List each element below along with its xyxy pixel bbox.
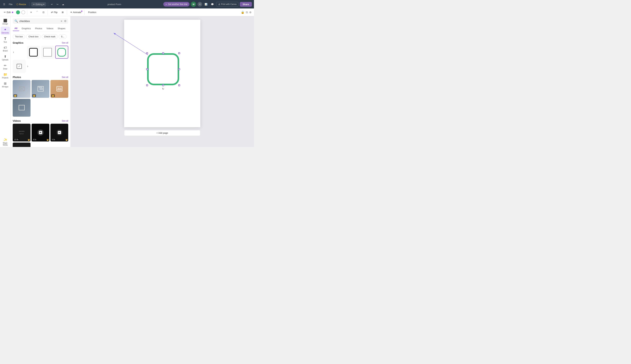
undo-button[interactable]: ↩ — [50, 2, 54, 6]
editing-button[interactable]: ✏ Editing ▾ — [31, 2, 46, 6]
checkbox-check: ✓ — [17, 64, 22, 69]
videos-see-all-button[interactable]: See all — [62, 120, 68, 122]
chip-check-box[interactable]: Check box — [26, 34, 41, 39]
more-options-button[interactable]: ⊕ — [249, 10, 251, 14]
sidebar-item-apps[interactable]: ⊞ 89 Apps — [1, 80, 10, 89]
toolbar-separator-2 — [48, 10, 48, 15]
handle-top-right[interactable] — [178, 52, 180, 54]
divider-1 — [29, 2, 30, 6]
share-label: Share — [243, 3, 249, 6]
tab-shapes[interactable]: Shapes — [56, 26, 67, 31]
trial-label: Get another free trial — [168, 3, 187, 6]
sidebar-item-projects[interactable]: 📁 Projects — [1, 72, 10, 80]
handle-top-middle[interactable] — [162, 52, 164, 54]
video-duration-3: 6.0s — [51, 138, 56, 141]
chip-check-mark[interactable]: Check mark — [42, 34, 58, 39]
rotate-handle[interactable]: ↻ — [161, 87, 165, 90]
photos-see-all-button[interactable]: See all — [62, 76, 68, 78]
canvas-element-checkbox[interactable]: ↻ — [147, 53, 179, 85]
sidebar-item-brand[interactable]: 🏷 Brand — [1, 45, 10, 53]
video-item-4[interactable]: ▶ 12s — [13, 142, 31, 147]
sidebar-item-text[interactable]: T Text — [1, 36, 10, 44]
graphic-item-2[interactable] — [41, 46, 54, 59]
color-teal-swatch[interactable] — [16, 10, 20, 14]
videos-title: Videos — [13, 120, 21, 122]
graphics-next-button[interactable]: › — [27, 60, 40, 73]
flip-button[interactable]: ⇄ Flip — [50, 10, 59, 14]
chip-tick-box[interactable]: Tick box — [13, 34, 25, 39]
handle-top-left[interactable] — [146, 52, 148, 54]
resize-element-icon: ⊡ — [43, 11, 45, 14]
graphic-item-4[interactable]: ✓ — [13, 60, 26, 73]
prev-arrow-icon[interactable]: ‹ — [13, 50, 14, 54]
toolbar-separator-3 — [67, 10, 67, 15]
corner-button[interactable]: ⌒ — [35, 10, 40, 14]
texture-button[interactable]: ⊞ — [60, 10, 65, 14]
next-arrow-icon[interactable]: › — [27, 64, 28, 68]
handle-bottom-left[interactable] — [146, 84, 148, 86]
sidebar-item-uploads[interactable]: ⬆ Uploads — [1, 54, 10, 62]
file-label: File — [9, 3, 13, 6]
plus-icon: + — [199, 3, 201, 6]
comments-button[interactable]: 💬 — [210, 2, 215, 6]
design-icon: ⬛ — [3, 19, 7, 22]
avatar[interactable]: M — [191, 2, 196, 7]
search-filter-button[interactable]: ⚙ — [64, 20, 67, 23]
file-button[interactable]: File — [8, 2, 14, 6]
photo-item-4[interactable] — [13, 99, 31, 117]
add-collaborator-button[interactable]: + — [197, 2, 202, 6]
sidebar-item-magic-media[interactable]: ✨ Magic Media — [1, 137, 10, 147]
handle-right-middle[interactable] — [178, 68, 180, 70]
resize-button[interactable]: ⬡ Resize — [15, 2, 28, 6]
tab-more[interactable]: › — [68, 26, 68, 31]
redo-button[interactable]: ↪ — [55, 2, 60, 6]
handle-left-middle[interactable] — [146, 68, 148, 70]
sidebar-item-draw[interactable]: ✏ Draw — [1, 62, 10, 71]
graphics-title: Graphics — [13, 42, 24, 44]
analytics-button[interactable]: 📊 — [203, 2, 208, 6]
search-clear-button[interactable]: ✕ — [61, 20, 63, 22]
duplicate-button[interactable]: ⧉ — [246, 11, 248, 14]
photo-item-1[interactable]: 👑 — [13, 80, 31, 98]
canvas-page[interactable]: ↻ — [124, 20, 200, 127]
videos-grid: success failure 13.0s 👑 6.0s 👑 — [13, 124, 68, 147]
sidebar-item-elements[interactable]: ✦ Elements — [1, 26, 10, 35]
resize-element-button[interactable]: ⊡ — [41, 10, 46, 14]
analytics-icon: 📊 — [205, 3, 207, 6]
share-button[interactable]: Share — [240, 2, 252, 7]
sidebar-item-design[interactable]: ⬛ Design — [1, 18, 10, 26]
editing-chevron-icon: ▾ — [43, 3, 45, 6]
edit-button[interactable]: ✏ Edit — [3, 10, 15, 14]
photo-item-3[interactable]: 👑 — [51, 80, 68, 98]
handle-bottom-middle[interactable] — [162, 84, 164, 86]
lines-button[interactable]: ≡ — [29, 10, 33, 14]
tab-videos[interactable]: Videos — [45, 26, 55, 31]
position-button[interactable]: Position — [86, 10, 98, 14]
menu-button[interactable]: ☰ — [2, 2, 6, 6]
menu-icon: ☰ — [3, 3, 5, 6]
chip-shield[interactable]: S... — [59, 34, 67, 39]
graphics-see-all-button[interactable]: See all — [62, 42, 68, 44]
photo-item-2[interactable]: 👑 — [32, 80, 49, 98]
animate-button[interactable]: ✦ Animate — [69, 10, 83, 14]
trial-button[interactable]: Get another free trial — [163, 2, 189, 6]
video-item-1[interactable]: success failure 13.0s 👑 — [13, 124, 31, 142]
animate-dot — [81, 10, 82, 12]
edit-dot — [12, 12, 13, 13]
tab-photos[interactable]: Photos — [33, 26, 44, 31]
cloud-save-button[interactable]: ☁ — [61, 2, 65, 6]
video-item-2[interactable]: 6.0s 👑 — [32, 124, 49, 142]
graphics-prev-button[interactable]: ‹ — [13, 46, 26, 59]
print-button[interactable]: 🖨 Print with Canva — [216, 2, 238, 6]
element-toolbar: ✏ Edit ≡ ⌒ ⊡ ⇄ Flip ⊞ ✦ Animate Position… — [0, 8, 254, 16]
handle-bottom-right[interactable] — [178, 84, 180, 86]
tab-graphics[interactable]: Graphics — [20, 26, 33, 31]
lock-button[interactable]: 🔒 — [241, 10, 244, 14]
graphic-item-1[interactable] — [27, 46, 40, 59]
video-item-3[interactable]: 6.0s 👑 — [51, 124, 68, 142]
graphic-item-3[interactable] — [55, 46, 68, 59]
search-input[interactable] — [20, 20, 59, 22]
color-white-swatch[interactable] — [21, 10, 25, 14]
tab-all[interactable]: All — [13, 26, 19, 31]
add-page-button[interactable]: + Add page — [124, 130, 200, 136]
